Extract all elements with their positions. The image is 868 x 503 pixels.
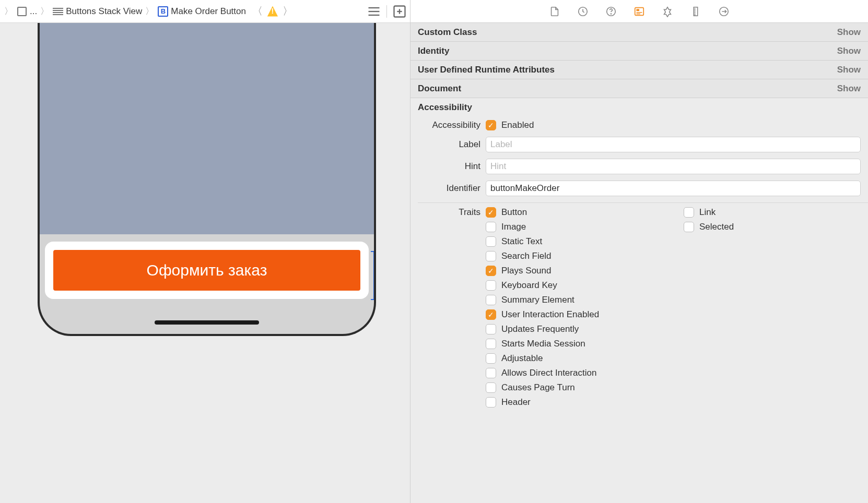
stack-view-icon[interactable] — [52, 6, 64, 17]
trait-updates: Updates Frequently — [486, 324, 663, 334]
svg-point-8 — [611, 14, 611, 14]
warning-icon[interactable] — [267, 6, 278, 17]
section-title: Custom Class — [418, 27, 477, 38]
trait-direct-checkbox[interactable] — [486, 368, 496, 378]
bottom-area: Оформить заказ — [40, 234, 374, 334]
trait-static-text: Static Text — [486, 236, 663, 247]
trait-header: Header — [486, 397, 663, 408]
constraint-ruler[interactable] — [371, 251, 376, 300]
trait-ui-enabled: User Interaction Enabled — [486, 309, 663, 320]
breadcrumb-selected[interactable]: Make Order Button — [171, 6, 246, 17]
field-label: Accessibility — [418, 120, 480, 130]
trait-ui-enabled-checkbox[interactable] — [486, 309, 496, 320]
traits-header-row: Traits Button Link Image Selected Static… — [410, 206, 868, 411]
trait-keyboard-key: Keyboard Key — [486, 280, 663, 291]
add-editor-button[interactable] — [392, 4, 407, 19]
nav-forward-button[interactable]: 〉 — [280, 4, 295, 18]
trait-link: Link — [684, 207, 861, 218]
history-inspector-tab[interactable] — [576, 5, 590, 18]
section-toggle[interactable]: Show — [837, 65, 861, 75]
section-title: Document — [418, 83, 461, 94]
trait-plays-sound: Plays Sound — [486, 266, 663, 276]
trait-media: Starts Media Session — [486, 339, 663, 349]
trait-adjustable-checkbox[interactable] — [486, 353, 496, 364]
make-order-button[interactable]: Оформить заказ — [53, 250, 360, 291]
toolbar-divider — [386, 5, 387, 18]
trait-keyboard-key-checkbox[interactable] — [486, 280, 496, 291]
section-udra[interactable]: User Defined Runtime Attributes Show — [410, 61, 868, 79]
adjust-lines-icon[interactable] — [367, 4, 381, 19]
divider — [418, 202, 868, 203]
trait-updates-checkbox[interactable] — [486, 324, 496, 334]
trait-summary: Summary Element — [486, 295, 663, 305]
trait-image: Image — [486, 222, 663, 232]
trait-button-checkbox[interactable] — [486, 207, 496, 218]
nav-back-button[interactable]: 〈 — [250, 4, 265, 18]
section-toggle[interactable]: Show — [837, 83, 861, 94]
accessibility-identifier-row: Identifier — [410, 177, 868, 199]
section-title: Accessibility — [418, 102, 472, 113]
trait-header-checkbox[interactable] — [486, 397, 496, 408]
chevron-right-icon: 〉 — [3, 5, 14, 17]
accessibility-enabled-row: Accessibility Enabled — [410, 117, 868, 134]
inspector-pane: Custom Class Show Identity Show User Def… — [410, 0, 868, 503]
trait-media-checkbox[interactable] — [486, 339, 496, 349]
section-toggle[interactable]: Show — [837, 46, 861, 56]
trait-plays-sound-checkbox[interactable] — [486, 266, 496, 276]
home-indicator — [155, 320, 259, 325]
svg-rect-10 — [637, 9, 640, 11]
trait-selected: Selected — [684, 222, 861, 232]
accessibility-hint-input[interactable] — [486, 159, 861, 174]
trait-link-checkbox[interactable] — [684, 207, 694, 218]
inspector-body: Custom Class Show Identity Show User Def… — [410, 23, 868, 411]
section-document[interactable]: Document Show — [410, 79, 868, 98]
trait-search-field: Search Field — [486, 251, 663, 261]
accessibility-label-row: Label — [410, 134, 868, 155]
trait-static-text-checkbox[interactable] — [486, 236, 496, 247]
trait-summary-checkbox[interactable] — [486, 295, 496, 305]
trait-adjustable: Adjustable — [486, 353, 663, 364]
help-inspector-tab[interactable] — [604, 5, 618, 18]
file-inspector-tab[interactable] — [548, 5, 561, 18]
section-accessibility: Accessibility — [410, 98, 868, 117]
editor-pane: 〉 ... 〉 Buttons Stack View 〉 B Make Orde… — [0, 0, 410, 503]
attributes-inspector-tab[interactable] — [661, 5, 674, 18]
selection-outline: Оформить заказ — [46, 243, 368, 298]
section-title: Identity — [418, 46, 449, 56]
inspector-tabs — [410, 0, 868, 23]
interface-builder-canvas[interactable]: Оформить заказ — [0, 23, 410, 503]
breadcrumb-ellipsis[interactable]: ... — [30, 6, 37, 17]
field-label: Hint — [418, 161, 480, 172]
chevron-right-icon: 〉 — [144, 5, 155, 17]
checkbox-label: Enabled — [501, 120, 534, 130]
section-identity[interactable]: Identity Show — [410, 42, 868, 61]
history-nav: 〈 〉 — [250, 4, 295, 18]
trait-image-checkbox[interactable] — [486, 222, 496, 232]
breadcrumb-stack-view[interactable]: Buttons Stack View — [66, 6, 142, 17]
chevron-right-icon: 〉 — [39, 5, 50, 17]
content-view[interactable] — [40, 23, 374, 234]
size-inspector-tab[interactable] — [689, 5, 702, 18]
field-label: Traits — [418, 207, 480, 218]
accessibility-identifier-input[interactable] — [486, 181, 861, 196]
button-glyph-icon[interactable]: B — [157, 6, 169, 17]
trait-direct: Allows Direct Interaction — [486, 368, 663, 378]
jump-bar: 〉 ... 〉 Buttons Stack View 〉 B Make Orde… — [0, 0, 410, 23]
field-label: Identifier — [418, 183, 480, 194]
trait-page-turn-checkbox[interactable] — [486, 382, 496, 393]
accessibility-label-input[interactable] — [486, 137, 861, 152]
section-custom-class[interactable]: Custom Class Show — [410, 23, 868, 42]
section-title: User Defined Runtime Attributes — [418, 65, 555, 75]
trait-selected-checkbox[interactable] — [684, 222, 694, 232]
trait-button: Button — [486, 207, 663, 218]
device-frame: Оформить заказ — [38, 23, 376, 336]
accessibility-enabled-checkbox[interactable] — [486, 120, 496, 130]
section-toggle[interactable]: Show — [837, 27, 861, 38]
trait-page-turn: Causes Page Turn — [486, 382, 663, 393]
field-label: Label — [418, 139, 480, 150]
identity-inspector-tab[interactable] — [632, 5, 646, 18]
view-icon[interactable] — [16, 6, 28, 17]
accessibility-hint-row: Hint — [410, 155, 868, 177]
trait-search-field-checkbox[interactable] — [486, 251, 496, 261]
connections-inspector-tab[interactable] — [717, 5, 731, 18]
